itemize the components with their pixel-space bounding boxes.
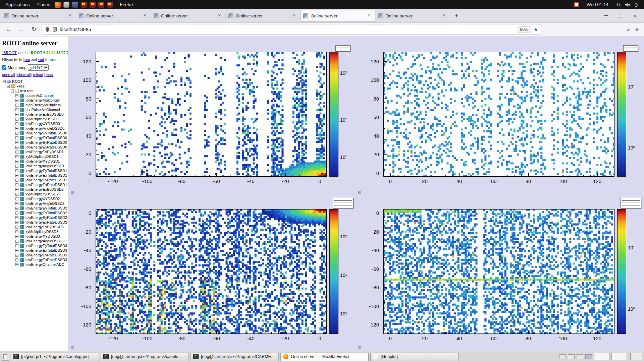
tree-item-lowEnergyEyRateDSSD3[interactable]: lowEnergyEyRateDSSD3	[2, 253, 66, 257]
tree-item-label[interactable]: xyMultiplicityDSSD0	[25, 117, 58, 121]
collapse-icon[interactable]	[15, 183, 18, 186]
pad-divider-handle[interactable]	[71, 346, 74, 349]
tree-item-lowEnergyXYDSSD3[interactable]: lowEnergyXYDSSD3	[2, 234, 66, 239]
collapse-icon[interactable]	[15, 240, 18, 243]
collapse-icon[interactable]	[15, 169, 18, 172]
collapse-icon[interactable]	[15, 202, 18, 205]
tree-item-lowEnergyExTotalDSSD3[interactable]: lowEnergyExTotalDSSD3	[2, 248, 66, 253]
tree-item-lowEnergyXYDSSD0[interactable]: lowEnergyXYDSSD0	[2, 121, 66, 126]
firefox-launcher-icon[interactable]	[55, 2, 61, 8]
tree-item-label[interactable]: highEnergyMultiplicity	[25, 103, 61, 107]
tab-online-server-2[interactable]: Online server×	[76, 10, 151, 21]
app-launcher-icon[interactable]	[81, 2, 87, 8]
tree-item-lowEnergyExRateDSSD0[interactable]: lowEnergyExRateDSSD0	[2, 145, 66, 149]
reload-button[interactable]: ↻	[29, 24, 39, 35]
tab-online-server-6[interactable]: Online server×	[375, 10, 450, 21]
collapse-icon[interactable]	[15, 127, 18, 130]
forward-button[interactable]: →	[16, 24, 26, 35]
tree-item-lowEnergyEyTotalDSSD3[interactable]: lowEnergyEyTotalDSSD3	[2, 243, 66, 248]
tree-item-label[interactable]: lowEnergyExEyDSSD3	[25, 225, 64, 229]
collapse-icon[interactable]	[15, 263, 18, 266]
tree-item-label[interactable]: lowEnergyExRateDSSD1	[25, 183, 67, 187]
power-icon[interactable]	[634, 2, 639, 7]
tab-online-server-1[interactable]: Online server×	[1, 10, 76, 21]
tab-close-icon[interactable]: ×	[66, 12, 73, 19]
tree-item-label[interactable]: lowEnergyAngleDSSD1	[25, 164, 64, 168]
collapse-icon[interactable]	[15, 207, 18, 210]
tree-item-label[interactable]: lowEnergyExTotalDSSD0	[25, 136, 67, 140]
jsroot-link[interactable]: JSROOT	[2, 50, 17, 55]
tree-item-xyMultiplicityDSSD0[interactable]: xyMultiplicityDSSD0	[2, 117, 66, 121]
tree-item-label[interactable]: test.root	[20, 89, 34, 93]
tree-item-label[interactable]: lowEnergyMultiplicity	[25, 98, 60, 102]
histogram-canvas[interactable]	[96, 209, 327, 334]
tree-item-lowEnergyAngleDSSD1[interactable]: lowEnergyAngleDSSD1	[2, 164, 66, 168]
app-launcher-icon[interactable]	[90, 2, 96, 8]
collapse-icon[interactable]	[15, 165, 18, 168]
new-tab-button[interactable]: +	[451, 11, 462, 21]
page-info-icon[interactable]	[53, 27, 57, 32]
tree-item-lowEnergyAngleDSSD2[interactable]: lowEnergyAngleDSSD2	[2, 201, 66, 206]
volume-icon[interactable]	[625, 2, 630, 7]
collapse-icon[interactable]	[15, 141, 18, 144]
collapse-icon[interactable]	[15, 146, 18, 149]
tree-item-label[interactable]: Files	[17, 84, 24, 88]
zoom-level-badge[interactable]: 80%	[518, 26, 531, 33]
tree-item-absPulserVsChannel[interactable]: absPulserVsChannel	[2, 107, 66, 112]
stats-box[interactable]	[623, 45, 638, 52]
pad-divider-handle[interactable]	[358, 191, 361, 194]
stats-box[interactable]	[335, 45, 351, 52]
collapse-icon[interactable]	[15, 230, 18, 233]
tree-item-label[interactable]: lowEnergyAngleDSSD0	[25, 126, 64, 130]
tree-item-lowEnergyChannelADC[interactable]: lowEnergyChannelADC	[2, 262, 66, 267]
tree-item-label[interactable]: lowEnergyExRateDSSD3	[25, 258, 67, 262]
collapse-icon[interactable]	[15, 193, 18, 196]
tree-item-label[interactable]: xyMultiplicityDSSD1	[25, 155, 58, 159]
reload-link[interactable]: reload	[33, 73, 43, 77]
tree-item-label[interactable]: lowEnergyExTotalDSSD2	[25, 211, 67, 215]
collapse-icon[interactable]	[15, 132, 18, 135]
tree-item-files[interactable]: Files	[2, 84, 66, 88]
stats-box[interactable]	[333, 198, 354, 208]
applications-menu[interactable]: Applications	[2, 0, 33, 9]
tree-item-lowEnergyEyTotalDSSD1[interactable]: lowEnergyEyTotalDSSD1	[2, 168, 66, 173]
network-icon[interactable]	[616, 2, 621, 7]
taskbar-window-2[interactable]: [npg@carme-gsi:~/Programs/caenlo...	[101, 353, 189, 361]
collapse-icon[interactable]	[15, 254, 18, 257]
collapse-icon[interactable]	[3, 80, 6, 83]
tree-item-label[interactable]: lowEnergyExEyDSSD1	[25, 150, 64, 154]
tree-item-highEnergyMultiplicity[interactable]: highEnergyMultiplicity	[2, 103, 66, 107]
tree-item-root[interactable]: ROOT	[2, 79, 66, 84]
tree-item-label[interactable]: pulserVsChannel	[25, 94, 54, 98]
tree-item-lowEnergyEyTotalDSSD2[interactable]: lowEnergyEyTotalDSSD2	[2, 206, 66, 210]
tree-item-lowEnergyExRateDSSD1[interactable]: lowEnergyExRateDSSD1	[2, 182, 66, 187]
tab-online-server-5[interactable]: Online server×	[301, 10, 375, 21]
tree-item-lowEnergyEyRateDSSD1[interactable]: lowEnergyEyRateDSSD1	[2, 178, 66, 182]
collapse-icon[interactable]	[15, 226, 18, 229]
collapse-icon[interactable]	[15, 197, 18, 200]
collapse-icon[interactable]	[15, 179, 18, 182]
bookmark-star-icon[interactable]: ★	[534, 26, 538, 33]
tree-item-lowEnergyEyRateDSSD2[interactable]: lowEnergyEyRateDSSD2	[2, 215, 66, 220]
taskbar-window-3[interactable]: [npg@carme-gsi:~/Programs/CARME...	[191, 353, 279, 361]
tree-item-lowEnergyAngleDSSD3[interactable]: lowEnergyAngleDSSD3	[2, 239, 66, 243]
stats-box[interactable]	[621, 198, 641, 208]
tree-item-label[interactable]: lowEnergyAngleDSSD2	[25, 201, 64, 205]
workspace-2[interactable]	[568, 354, 575, 359]
collapse-icon[interactable]	[15, 188, 18, 191]
histogram-canvas[interactable]	[383, 52, 614, 177]
collapse-icon[interactable]	[15, 122, 18, 125]
histogram-canvas[interactable]	[96, 52, 327, 177]
tree-item-label[interactable]: xyMultiplicityDSSD3	[25, 230, 58, 234]
tree-item-label[interactable]: lowEnergyExEyDSSD2	[25, 187, 64, 191]
taskbar-window-4[interactable]: Online server — Mozilla Firefox	[280, 353, 369, 361]
collapse-icon[interactable]	[15, 99, 18, 102]
collapse-icon[interactable]	[15, 113, 18, 116]
tree-item-xyMultiplicityDSSD3[interactable]: xyMultiplicityDSSD3	[2, 229, 66, 234]
taskbar-window-5[interactable]: [Gnuplot]	[370, 353, 459, 361]
monitoring-checkbox[interactable]	[2, 65, 6, 70]
tray-button[interactable]	[594, 353, 609, 360]
tree-item-label[interactable]: absPulserVsChannel	[25, 108, 60, 112]
minimize-button[interactable]	[598, 9, 613, 22]
collapse-icon[interactable]	[15, 235, 18, 238]
